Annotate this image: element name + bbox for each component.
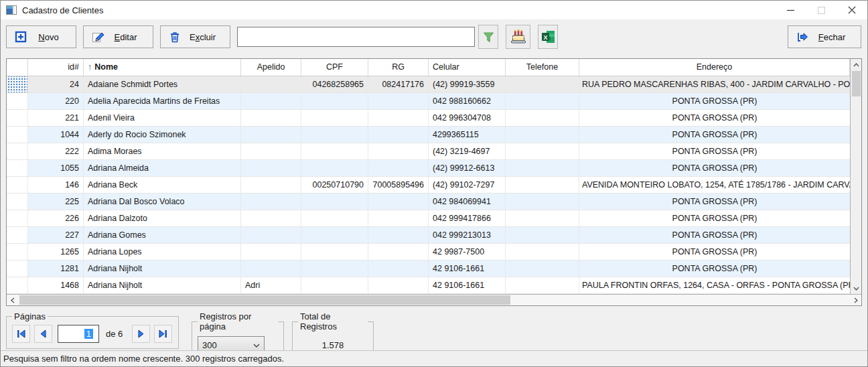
cell-cpf xyxy=(301,93,368,109)
scroll-left-icon[interactable] xyxy=(7,295,18,306)
scroll-up-icon[interactable] xyxy=(851,59,862,70)
cell-id: 227 xyxy=(28,227,84,243)
cell-nome: Adriana Lopes xyxy=(84,244,241,260)
row-selector[interactable] xyxy=(7,177,28,193)
row-selector[interactable] xyxy=(7,76,28,92)
column-header-apelido[interactable]: Apelido xyxy=(241,59,301,76)
page-count-label: de 6 xyxy=(106,329,123,339)
row-selector[interactable] xyxy=(7,93,28,109)
cell-nome: Adelia Aparecida Martins de Freitas xyxy=(84,93,241,109)
table-row[interactable]: 226 Adriana Dalzoto 042 999417866 PONTA … xyxy=(7,210,850,227)
cell-endereco: PONTA GROSSA (PR) xyxy=(579,110,850,126)
birthdays-button[interactable] xyxy=(506,25,530,49)
cell-cpf: 00250710790 xyxy=(301,177,368,193)
column-header-cpf[interactable]: CPF xyxy=(301,59,368,76)
table-row[interactable]: 24 Adaiane Schmidt Portes 04268258965 08… xyxy=(7,76,850,93)
new-button[interactable]: Novo xyxy=(6,25,76,48)
close-button[interactable] xyxy=(837,1,867,19)
first-page-button[interactable] xyxy=(12,325,30,343)
column-header-telefone[interactable]: Telefone xyxy=(506,59,579,76)
table-row[interactable]: 221 Adenil Vieira 042 996304708 PONTA GR… xyxy=(7,110,850,127)
vertical-scroll-thumb[interactable] xyxy=(852,71,861,96)
row-selector[interactable] xyxy=(7,210,28,226)
column-header-endereco[interactable]: Endereço xyxy=(579,59,850,76)
cell-endereco: PONTA GROSSA (PR) xyxy=(579,194,850,210)
edit-button[interactable]: Editar xyxy=(83,25,153,48)
row-selector[interactable] xyxy=(7,261,28,277)
grid-body: 24 Adaiane Schmidt Portes 04268258965 08… xyxy=(7,76,850,294)
row-selector[interactable] xyxy=(7,244,28,260)
cell-id: 225 xyxy=(28,194,84,210)
horizontal-scrollbar[interactable] xyxy=(7,294,861,305)
table-row[interactable]: 1055 Adriana Almeida (42) 99912-6613 PON… xyxy=(7,160,850,177)
horizontal-scroll-track[interactable] xyxy=(18,295,850,305)
cell-apelido xyxy=(241,76,301,92)
cell-cpf xyxy=(301,227,368,243)
table-row[interactable]: 225 Adriana Dal Bosco Volaco 042 9840699… xyxy=(7,194,850,210)
horizontal-scroll-thumb[interactable] xyxy=(19,295,510,305)
row-selector[interactable] xyxy=(7,277,28,293)
row-selector[interactable] xyxy=(7,227,28,243)
scroll-down-icon[interactable] xyxy=(851,283,862,294)
cell-nome: Adriana Dal Bosco Volaco xyxy=(84,194,241,210)
cell-celular: 042 988160662 xyxy=(429,93,506,109)
table-row[interactable]: 1265 Adriana Lopes 42 9987-7500 PONTA GR… xyxy=(7,244,850,261)
table-row[interactable]: 146 Adriana Beck 00250710790 70005895496… xyxy=(7,177,850,194)
export-excel-button[interactable]: X xyxy=(538,25,558,49)
exit-arrow-icon xyxy=(796,31,808,43)
row-selector[interactable] xyxy=(7,127,28,143)
cell-telefone xyxy=(506,177,579,193)
page-number-input[interactable]: 1 xyxy=(58,325,99,343)
excel-icon: X xyxy=(541,30,555,44)
birthday-cake-icon xyxy=(510,29,526,44)
cell-id: 222 xyxy=(28,143,84,159)
edit-pencil-icon xyxy=(92,31,104,43)
column-header-rg[interactable]: RG xyxy=(368,59,429,76)
minimize-button[interactable] xyxy=(775,1,806,19)
cell-apelido xyxy=(241,110,301,126)
column-header-nome[interactable]: ↑Nome xyxy=(84,59,241,76)
cell-rg xyxy=(368,227,429,243)
cell-rg xyxy=(368,110,429,126)
cell-telefone xyxy=(506,160,579,176)
table-row[interactable]: 1044 Aderly do Rocio Szimonek 4299365115… xyxy=(7,127,850,143)
cell-endereco: PONTA GROSSA (PR) xyxy=(579,143,850,159)
status-text: Pesquisa sem filtro na ordem nome cresce… xyxy=(3,354,284,364)
cell-apelido: Adri xyxy=(241,277,301,293)
filter-button[interactable] xyxy=(478,25,498,49)
vertical-scrollbar[interactable] xyxy=(850,59,861,294)
pages-group-label: Páginas xyxy=(12,311,48,321)
cell-endereco: PAULA FRONTIN ORFAS, 1264, CASA - ORFAS … xyxy=(579,277,850,293)
table-row[interactable]: 1468 Adriana Nijholt Adri 42 9106-1661 P… xyxy=(7,277,850,294)
cell-nome: Adriana Almeida xyxy=(84,160,241,176)
last-page-button[interactable] xyxy=(154,325,172,343)
cell-celular: 042 999213013 xyxy=(429,227,506,243)
cell-celular: 42 9987-7500 xyxy=(429,244,506,260)
table-row[interactable]: 227 Adriana Gomes 042 999213013 PONTA GR… xyxy=(7,227,850,244)
cell-cpf xyxy=(301,110,368,126)
next-page-button[interactable] xyxy=(132,325,150,343)
cell-nome: Adriana Gomes xyxy=(84,227,241,243)
cell-celular: (42) 99102-7297 xyxy=(429,177,506,193)
column-header-celular[interactable]: Celular xyxy=(429,59,506,76)
close-form-button[interactable]: Fechar xyxy=(788,25,861,48)
row-selector[interactable] xyxy=(7,160,28,176)
cell-rg xyxy=(368,93,429,109)
previous-page-button[interactable] xyxy=(34,325,52,343)
row-selector[interactable] xyxy=(7,143,28,159)
new-button-label: Novo xyxy=(27,32,76,42)
table-row[interactable]: 222 Adima Moraes (42) 3219-4697 PONTA GR… xyxy=(7,143,850,160)
cell-telefone xyxy=(506,143,579,159)
scroll-right-icon[interactable] xyxy=(850,295,861,306)
cell-id: 1265 xyxy=(28,244,84,260)
table-row[interactable]: 220 Adelia Aparecida Martins de Freitas … xyxy=(7,93,850,110)
delete-button[interactable]: Excluir xyxy=(160,25,230,48)
search-input[interactable] xyxy=(237,27,475,47)
cell-id: 226 xyxy=(28,210,84,226)
cell-endereco: PONTA GROSSA (PR) xyxy=(579,93,850,109)
row-selector[interactable] xyxy=(7,194,28,210)
row-selector[interactable] xyxy=(7,110,28,126)
total-records-group: Total de Registros 1.578 xyxy=(292,311,374,356)
column-header-id[interactable]: id# xyxy=(28,59,84,76)
table-row[interactable]: 1281 Adriana Nijholt 42 9106-1661 PONTA … xyxy=(7,261,850,277)
